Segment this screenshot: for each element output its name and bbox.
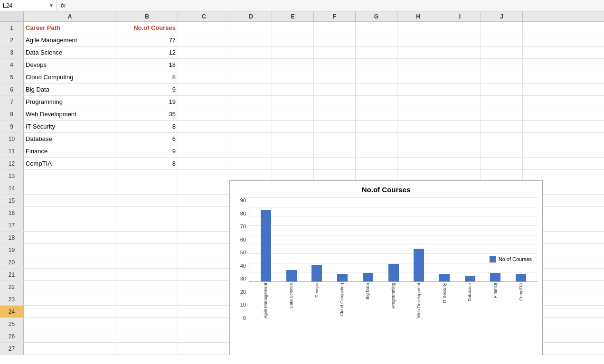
cell-a9[interactable]: IT Security	[24, 121, 116, 132]
cell-a26[interactable]	[24, 330, 116, 342]
cell-E3[interactable]	[272, 47, 314, 58]
cell-a6[interactable]: Big Data	[24, 84, 116, 95]
cell-J8[interactable]	[481, 108, 523, 120]
cell-I10[interactable]	[439, 133, 481, 145]
row-number[interactable]: 14	[0, 182, 24, 194]
cell-a11[interactable]: Finance	[24, 145, 116, 157]
row-number[interactable]: 16	[0, 207, 24, 219]
cell-I3[interactable]	[439, 47, 481, 58]
cell-b17[interactable]	[116, 219, 178, 231]
cell-E7[interactable]	[272, 96, 314, 108]
row-number[interactable]: 3	[0, 47, 24, 58]
row-number[interactable]: 6	[0, 84, 24, 95]
cell-C17[interactable]	[178, 219, 230, 231]
cell-b13[interactable]	[116, 170, 178, 182]
cell-F5[interactable]	[314, 71, 356, 83]
cell-a21[interactable]	[24, 269, 116, 280]
cell-G2[interactable]	[356, 34, 397, 46]
cell-G10[interactable]	[356, 133, 397, 145]
cell-b27[interactable]	[116, 343, 178, 355]
cell-a7[interactable]: Programming	[24, 96, 116, 108]
col-header-g[interactable]: G	[356, 11, 397, 21]
cell-I5[interactable]	[439, 71, 481, 83]
cell-H4[interactable]	[397, 59, 439, 71]
cell-b24[interactable]	[116, 306, 178, 317]
cell-H9[interactable]	[397, 121, 439, 132]
row-number[interactable]: 4	[0, 59, 24, 71]
row-number[interactable]: 23	[0, 293, 24, 305]
cell-a3[interactable]: Data Science	[24, 47, 116, 58]
col-header-e[interactable]: E	[272, 11, 314, 21]
cell-a24[interactable]	[24, 306, 116, 317]
cell-F7[interactable]	[314, 96, 356, 108]
cell-J12[interactable]	[481, 158, 523, 169]
cell-C7[interactable]	[178, 96, 230, 108]
col-header-b[interactable]: B	[116, 11, 178, 21]
cell-C18[interactable]	[178, 232, 230, 243]
cell-a4[interactable]: Devops	[24, 59, 116, 71]
cell-C25[interactable]	[178, 318, 230, 330]
cell-C2[interactable]	[178, 34, 230, 46]
cell-D8[interactable]	[230, 108, 272, 120]
cell-J3[interactable]	[481, 47, 523, 58]
cell-J4[interactable]	[481, 59, 523, 71]
row-number[interactable]: 21	[0, 269, 24, 280]
cell-C1[interactable]	[178, 22, 230, 34]
row-number[interactable]: 13	[0, 170, 24, 182]
cell-F11[interactable]	[314, 145, 356, 157]
cell-F6[interactable]	[314, 84, 356, 95]
cell-G9[interactable]	[356, 121, 397, 132]
cell-J5[interactable]	[481, 71, 523, 83]
cell-C14[interactable]	[178, 182, 230, 194]
cell-b23[interactable]	[116, 293, 178, 305]
cell-J6[interactable]	[481, 84, 523, 95]
cell-C20[interactable]	[178, 256, 230, 268]
cell-E4[interactable]	[272, 59, 314, 71]
cell-H10[interactable]	[397, 133, 439, 145]
cell-I8[interactable]	[439, 108, 481, 120]
cell-J9[interactable]	[481, 121, 523, 132]
cell-F8[interactable]	[314, 108, 356, 120]
cell-H8[interactable]	[397, 108, 439, 120]
cell-D12[interactable]	[230, 158, 272, 169]
cell-a15[interactable]	[24, 195, 116, 206]
cell-C26[interactable]	[178, 330, 230, 342]
cell-F4[interactable]	[314, 59, 356, 71]
cell-H3[interactable]	[397, 47, 439, 58]
cell-E11[interactable]	[272, 145, 314, 157]
cell-D5[interactable]	[230, 71, 272, 83]
cell-a10[interactable]: Database	[24, 133, 116, 145]
cell-H2[interactable]	[397, 34, 439, 46]
row-number[interactable]: 27	[0, 343, 24, 355]
cell-E9[interactable]	[272, 121, 314, 132]
cell-a13[interactable]	[24, 170, 116, 182]
cell-b15[interactable]	[116, 195, 178, 206]
cell-I6[interactable]	[439, 84, 481, 95]
cell-C21[interactable]	[178, 269, 230, 280]
cell-b1[interactable]: No.of Courses	[116, 22, 178, 34]
cell-b8[interactable]: 35	[116, 108, 178, 120]
row-number[interactable]: 17	[0, 219, 24, 231]
cell-J10[interactable]	[481, 133, 523, 145]
col-header-i[interactable]: I	[439, 11, 481, 21]
cell-b14[interactable]	[116, 182, 178, 194]
cell-I1[interactable]	[439, 22, 481, 34]
row-number[interactable]: 9	[0, 121, 24, 132]
cell-C11[interactable]	[178, 145, 230, 157]
cell-b25[interactable]	[116, 318, 178, 330]
cell-F1[interactable]	[314, 22, 356, 34]
cell-D3[interactable]	[230, 47, 272, 58]
cell-C9[interactable]	[178, 121, 230, 132]
cell-D11[interactable]	[230, 145, 272, 157]
cell-H7[interactable]	[397, 96, 439, 108]
row-number[interactable]: 20	[0, 256, 24, 268]
cell-a1[interactable]: Career Path	[24, 22, 116, 34]
cell-H5[interactable]	[397, 71, 439, 83]
cell-C6[interactable]	[178, 84, 230, 95]
cell-C12[interactable]	[178, 158, 230, 169]
cell-D10[interactable]	[230, 133, 272, 145]
cell-F12[interactable]	[314, 158, 356, 169]
cell-a20[interactable]	[24, 256, 116, 268]
cell-I2[interactable]	[439, 34, 481, 46]
cell-C8[interactable]	[178, 108, 230, 120]
